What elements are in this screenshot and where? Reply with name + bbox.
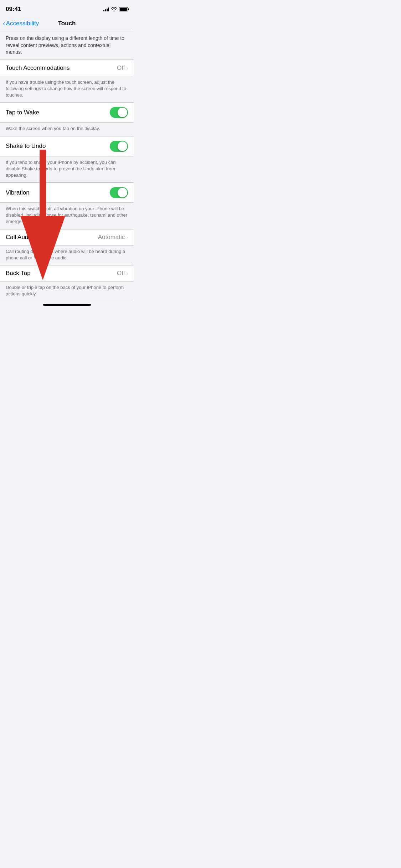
back-tap-value: Off › [117,270,128,277]
battery-icon [119,7,128,11]
call-audio-routing-description: Call routing determines where audio will… [0,246,134,265]
shake-to-undo-description: If you tend to shake your iPhone by acci… [0,156,134,183]
back-tap-description: Double or triple tap on the back of your… [0,281,134,301]
touch-accommodations-value: Off › [117,64,128,72]
touch-accommodations-label: Touch Accommodations [6,64,117,72]
back-tap-label: Back Tap [6,270,117,277]
status-bar: 09:41 [0,0,134,16]
call-audio-routing-group: Call Audio Routing Automatic › [0,229,134,246]
signal-bars-icon [103,7,109,11]
vibration-row[interactable]: Vibration [0,183,134,202]
vibration-description: When this switch is off, all vibration o… [0,203,134,229]
chevron-right-icon: › [126,65,128,71]
chevron-left-icon: ‹ [3,20,5,27]
wifi-icon [111,7,117,11]
call-audio-routing-row[interactable]: Call Audio Routing Automatic › [0,229,134,245]
vibration-toggle[interactable] [110,187,128,198]
nav-header: ‹ Accessibility Touch [0,16,134,31]
tap-to-wake-description: Wake the screen when you tap on the disp… [0,123,134,136]
back-button[interactable]: ‹ Accessibility [3,20,39,27]
tap-to-wake-row[interactable]: Tap to Wake [0,103,134,122]
vibration-group: Vibration [0,182,134,203]
shake-to-undo-row[interactable]: Shake to Undo [0,136,134,156]
call-audio-routing-label: Call Audio Routing [6,234,98,241]
tap-to-wake-group: Tap to Wake [0,102,134,123]
chevron-right-icon: › [126,234,128,240]
shake-to-undo-label: Shake to Undo [6,143,110,150]
call-audio-routing-value: Automatic › [98,234,128,241]
back-tap-group: Back Tap Off › [0,265,134,281]
top-description: Press on the display using a different l… [0,31,134,60]
shake-to-undo-toggle[interactable] [110,141,128,152]
tap-to-wake-label: Tap to Wake [6,109,110,116]
vibration-label: Vibration [6,189,110,196]
home-indicator [0,301,134,308]
status-time: 09:41 [6,6,21,13]
chevron-right-icon: › [126,270,128,276]
touch-accommodations-group: Touch Accommodations Off › [0,60,134,76]
back-tap-row[interactable]: Back Tap Off › [0,265,134,281]
page-title: Touch [58,20,76,27]
touch-accommodations-row[interactable]: Touch Accommodations Off › [0,60,134,76]
shake-to-undo-group: Shake to Undo [0,136,134,156]
tap-to-wake-toggle[interactable] [110,107,128,118]
touch-accommodations-description: If you have trouble using the touch scre… [0,76,134,103]
status-icons [103,7,128,11]
home-bar [43,304,91,306]
back-label: Accessibility [6,20,39,27]
